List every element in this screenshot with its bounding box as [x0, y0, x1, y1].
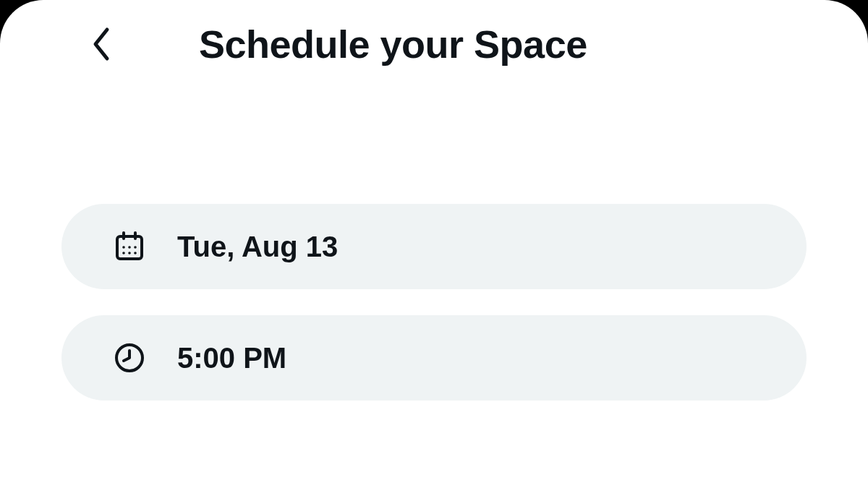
calendar-icon — [114, 231, 145, 262]
chevron-left-icon — [90, 25, 113, 63]
svg-point-7 — [128, 252, 131, 254]
svg-point-3 — [122, 246, 125, 249]
svg-point-4 — [128, 246, 131, 249]
clock-icon — [114, 342, 145, 374]
corner-mask — [0, 0, 43, 43]
svg-point-6 — [122, 252, 125, 254]
corner-mask — [825, 0, 868, 43]
date-picker[interactable]: Tue, Aug 13 — [61, 204, 807, 289]
page-title: Schedule your Space — [199, 22, 587, 67]
date-value: Tue, Aug 13 — [177, 231, 338, 263]
back-button[interactable] — [83, 22, 119, 66]
svg-point-8 — [134, 252, 137, 254]
svg-point-5 — [134, 246, 137, 249]
header: Schedule your Space — [0, 0, 868, 81]
time-value: 5:00 PM — [177, 342, 286, 374]
schedule-fields: Tue, Aug 13 5:00 PM — [0, 81, 868, 401]
time-picker[interactable]: 5:00 PM — [61, 315, 807, 401]
